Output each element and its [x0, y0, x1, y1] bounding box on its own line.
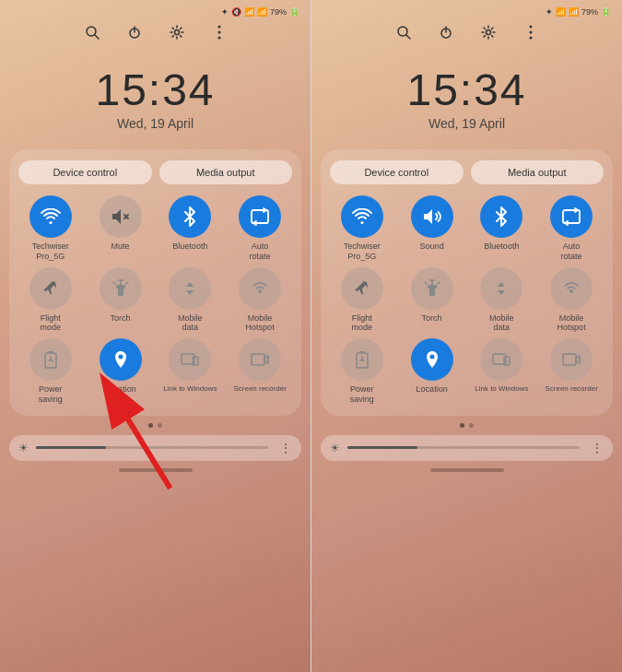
- tile-screenrec[interactable]: Screen recorder: [228, 338, 292, 405]
- tile-screenrec-r[interactable]: Screen recorder: [539, 338, 604, 405]
- more-options-icon-r[interactable]: [521, 22, 541, 42]
- tile-flightmode-r[interactable]: Flightmode: [330, 267, 394, 334]
- tile-mobiledata[interactable]: Mobiledata: [158, 267, 223, 334]
- svg-point-7: [217, 26, 220, 29]
- torch-tile-icon-r: [411, 267, 453, 310]
- tile-linktow-r[interactable]: Link to Windows: [470, 338, 534, 405]
- tile-location-label-r: Location: [417, 384, 448, 395]
- tile-mobiledata-label-r: Mobiledata: [489, 313, 514, 334]
- wifi-tile-icon-r: [341, 195, 383, 238]
- settings-icon-r[interactable]: [478, 22, 499, 42]
- tile-sound-label-r: Sound: [420, 242, 444, 252]
- settings-icon[interactable]: [167, 22, 187, 42]
- battery-icon-r: 🔋: [601, 7, 611, 17]
- svg-point-28: [529, 37, 532, 40]
- location-tile-icon-r: [411, 338, 453, 381]
- tile-linktow[interactable]: Link to Windows: [158, 338, 223, 405]
- battery-text-r: 79%: [581, 7, 598, 17]
- power-icon[interactable]: [124, 22, 145, 42]
- device-control-button[interactable]: Device control: [18, 160, 152, 184]
- tile-torch[interactable]: Torch: [88, 267, 153, 334]
- tile-hotspot-label: MobileHotspot: [246, 313, 275, 334]
- svg-line-22: [406, 35, 410, 39]
- media-output-button-r[interactable]: Media output: [471, 160, 604, 184]
- tile-flightmode[interactable]: Flightmode: [18, 267, 83, 334]
- tile-autorotate-r[interactable]: Autorotate: [539, 195, 604, 262]
- svg-rect-16: [48, 351, 53, 353]
- bluetooth-tile-icon: [169, 195, 211, 238]
- bluetooth-status-icon: ✦: [221, 7, 229, 17]
- tile-autorotate-label: Autorotate: [250, 242, 271, 262]
- clock-display: 15:34: [95, 68, 215, 112]
- power-icon-r[interactable]: [436, 22, 456, 42]
- tile-flightmode-label-r: Flightmode: [352, 313, 373, 334]
- tile-hotspot-r[interactable]: MobileHotspot: [539, 267, 604, 334]
- tile-wifi-r[interactable]: TechwiserPro_5G: [330, 195, 394, 262]
- brightness-icon-r: ☀: [330, 442, 340, 454]
- tile-sound-r[interactable]: Sound: [400, 195, 464, 262]
- mute-tile-icon: [100, 195, 142, 238]
- tile-mobiledata-r[interactable]: Mobiledata: [470, 267, 534, 334]
- page-dots-right: [460, 423, 474, 428]
- wifi-status-icon: 📶: [244, 7, 254, 17]
- sound-tile-icon-r: [411, 195, 453, 238]
- home-bar-right[interactable]: [430, 468, 504, 472]
- svg-rect-33: [359, 351, 365, 353]
- tile-autorotate-label-r: Autorotate: [561, 242, 582, 262]
- status-bar-right: ✦ 📶 📶 79% 🔋: [311, 0, 622, 18]
- device-control-button-r[interactable]: Device control: [330, 160, 464, 184]
- tile-bluetooth[interactable]: Bluetooth: [158, 195, 223, 262]
- tile-location-r[interactable]: Location: [400, 338, 464, 405]
- home-bar[interactable]: [119, 468, 193, 472]
- brightness-fill-r: [347, 446, 417, 449]
- brightness-bar[interactable]: ☀ ⋮: [9, 435, 301, 461]
- media-output-button[interactable]: Media output: [159, 160, 293, 184]
- flightmode-tile-icon-r: [341, 267, 383, 310]
- tile-wifi-label-r: TechwiserPro_5G: [344, 242, 381, 262]
- svg-point-26: [529, 26, 532, 29]
- tile-location-label: Location: [105, 384, 136, 395]
- tile-torch-label: Torch: [111, 313, 131, 324]
- wifi-status-icon-r: 📶: [556, 7, 566, 17]
- status-icons-right: ✦ 📶 📶 79% 🔋: [546, 7, 611, 17]
- tile-bluetooth-label-r: Bluetooth: [484, 242, 519, 252]
- tile-wifi-label: TechwiserPro_5G: [32, 242, 69, 262]
- brightness-track: [36, 446, 268, 449]
- svg-rect-20: [252, 354, 264, 365]
- battery-icon: 🔋: [289, 7, 299, 17]
- screenrec-tile-icon: [239, 338, 281, 381]
- brightness-more-icon[interactable]: ⋮: [279, 441, 292, 455]
- tile-powersaving[interactable]: Powersaving: [18, 338, 83, 405]
- tile-mobiledata-label: Mobiledata: [178, 313, 203, 334]
- svg-rect-29: [429, 288, 435, 296]
- tiles-grid: TechwiserPro_5G Mute: [18, 195, 292, 405]
- tile-linktow-label-r: Link to Windows: [475, 384, 528, 394]
- tile-location[interactable]: Location: [88, 338, 153, 405]
- more-options-icon[interactable]: [209, 22, 229, 42]
- tiles-grid-right: TechwiserPro_5G Sound: [330, 195, 604, 405]
- search-icon[interactable]: [82, 22, 102, 42]
- left-phone-panel: ✦ 🔇 📶 📶 79% 🔋: [0, 0, 311, 672]
- tile-wifi[interactable]: TechwiserPro_5G: [18, 195, 83, 262]
- tile-screenrec-label: Screen recorder: [233, 384, 286, 394]
- svg-rect-12: [118, 288, 123, 296]
- powersaving-tile-icon-r: [341, 338, 383, 381]
- bluetooth-tile-icon-r: [480, 195, 522, 238]
- svg-point-9: [217, 37, 220, 40]
- tile-bluetooth-label: Bluetooth: [172, 242, 207, 252]
- tile-torch-r[interactable]: Torch: [400, 267, 464, 334]
- tile-hotspot[interactable]: MobileHotspot: [228, 267, 292, 334]
- svg-line-3: [95, 35, 99, 39]
- brightness-more-icon-r[interactable]: ⋮: [591, 441, 604, 455]
- dot-2-r: [469, 423, 474, 428]
- autorotate-tile-icon: [239, 195, 281, 238]
- location-tile-icon: [100, 338, 142, 381]
- brightness-bar-right[interactable]: ☀ ⋮: [321, 435, 613, 461]
- tile-bluetooth-r[interactable]: Bluetooth: [470, 195, 534, 262]
- tile-mute[interactable]: Mute: [88, 195, 153, 262]
- search-icon-r[interactable]: [393, 22, 414, 42]
- tile-autorotate[interactable]: Autorotate: [228, 195, 292, 262]
- powersaving-tile-icon: [29, 338, 72, 381]
- tile-powersaving-r[interactable]: Powersaving: [330, 338, 394, 405]
- svg-point-8: [217, 31, 220, 34]
